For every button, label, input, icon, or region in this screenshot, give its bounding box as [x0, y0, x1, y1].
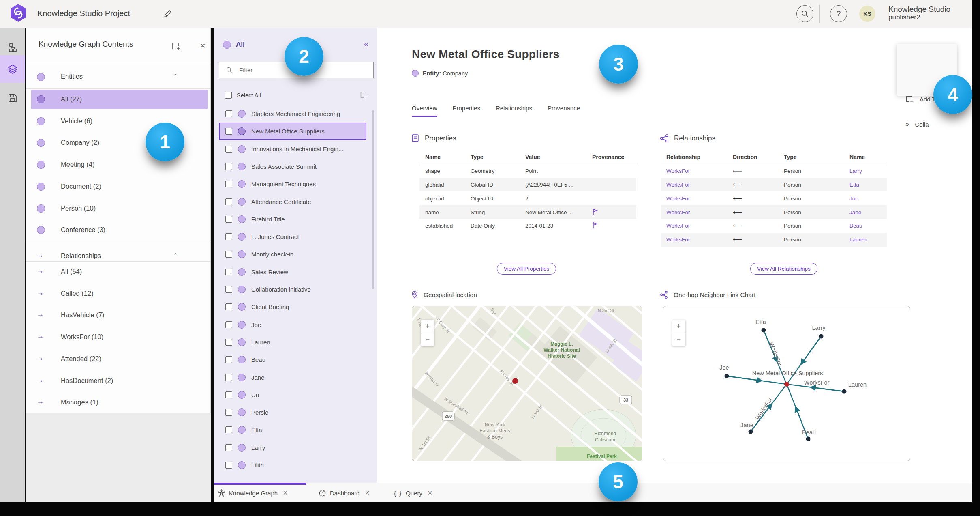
list-item[interactable]: Collaboration initiative [214, 281, 377, 298]
item-checkbox[interactable] [225, 251, 232, 258]
list-item[interactable]: Innovations in Mechanical Engin... [214, 141, 377, 158]
item-checkbox[interactable] [225, 409, 232, 416]
table-row[interactable]: WorksFor⟵PersonLarry [661, 164, 887, 178]
entity-name-link[interactable]: Beau [849, 223, 892, 229]
item-checkbox[interactable] [225, 233, 232, 240]
sidebar-item-relationship[interactable]: →Manages (1) [26, 393, 211, 412]
tab-overview[interactable]: Overview [412, 105, 437, 117]
relationship-link[interactable]: WorksFor [666, 168, 733, 174]
entity-name-link[interactable]: Etta [849, 182, 892, 188]
map-zoom-control[interactable]: + − [421, 320, 434, 346]
close-tab-icon[interactable]: ✕ [428, 490, 432, 496]
company-node[interactable] [784, 382, 789, 387]
relationship-link[interactable]: WorksFor [666, 236, 733, 243]
item-checkbox[interactable] [225, 198, 232, 205]
relationship-link[interactable]: WorksFor [666, 209, 733, 215]
table-row[interactable]: establishedDate Only2014-01-23 [419, 219, 636, 233]
list-item[interactable]: Uri [214, 387, 377, 404]
list-item[interactable]: L. Jones Contract [214, 228, 377, 245]
help-icon[interactable]: ? [830, 5, 847, 22]
list-item[interactable]: Lauren [214, 334, 377, 351]
add-to-map-icon[interactable] [171, 41, 181, 53]
sidebar-item-entity[interactable]: Conference (3) [26, 220, 211, 240]
person-node[interactable] [819, 334, 824, 339]
person-node[interactable] [762, 328, 766, 333]
item-checkbox[interactable] [225, 181, 232, 187]
item-checkbox[interactable] [225, 128, 232, 135]
zoom-in-button[interactable]: + [672, 320, 685, 333]
entity-name-link[interactable]: Larry [849, 168, 892, 174]
save-icon[interactable] [0, 84, 25, 112]
list-item[interactable]: Jane [214, 369, 377, 386]
close-tab-icon[interactable]: ✕ [365, 490, 370, 496]
scrollbar[interactable] [372, 110, 374, 289]
sidebar-item-entity[interactable]: All (27) [26, 90, 211, 109]
table-row[interactable]: WorksFor⟵PersonBeau [661, 219, 887, 233]
person-node[interactable] [806, 437, 811, 441]
table-row[interactable]: WorksFor⟵PersonEtta [661, 178, 887, 192]
sidebar-item-entity[interactable]: Person (10) [26, 199, 211, 218]
layers-icon[interactable] [0, 55, 25, 83]
item-checkbox[interactable] [225, 110, 232, 117]
relationship-link[interactable]: WorksFor [666, 182, 733, 188]
item-checkbox[interactable] [225, 146, 232, 153]
entity-name-link[interactable]: Jane [849, 209, 892, 215]
cell-provenance[interactable] [592, 208, 643, 217]
table-row[interactable]: objectidObject ID2 [419, 191, 636, 205]
table-row[interactable]: globalidGlobal ID{A228944F-0EF5-... [419, 178, 636, 192]
avatar[interactable]: KS [859, 6, 875, 22]
tab-relationships[interactable]: Relationships [496, 105, 532, 117]
list-item[interactable]: Attendance Certificate [214, 194, 377, 211]
list-item[interactable]: New Metal Office Suppliers [214, 123, 377, 140]
collapse-panel-icon[interactable]: « [364, 39, 369, 49]
person-node[interactable] [749, 430, 753, 434]
table-row[interactable]: WorksFor⟵PersonLauren [661, 233, 887, 247]
list-item[interactable]: Firebird Title [214, 211, 377, 228]
list-item[interactable]: Sales Associate Summit [214, 158, 377, 175]
sidebar-item-entity[interactable]: Document (2) [26, 177, 211, 196]
entity-name-link[interactable]: Lauren [849, 236, 892, 243]
table-row[interactable]: WorksFor⟵PersonJoe [661, 191, 887, 205]
list-item[interactable]: Lilith [214, 457, 377, 474]
item-checkbox[interactable] [225, 269, 232, 275]
table-row[interactable]: WorksFor⟵PersonJane [661, 205, 887, 219]
close-tab-icon[interactable]: ✕ [283, 490, 288, 496]
sidebar-item-relationship[interactable]: →Attended (22) [26, 349, 211, 369]
relationship-link[interactable]: WorksFor [666, 196, 733, 202]
tab-dashboard[interactable]: Dashboard✕ [319, 483, 370, 503]
sidebar-item-relationship[interactable]: →WorksFor (10) [26, 327, 211, 347]
add-selection-icon[interactable] [360, 91, 368, 101]
list-item[interactable]: Larry [214, 439, 377, 456]
zoom-out-button[interactable]: − [421, 333, 434, 346]
geospatial-map[interactable]: + − [412, 306, 642, 461]
item-checkbox[interactable] [225, 339, 232, 346]
relationship-link[interactable]: WorksFor [666, 223, 733, 229]
list-item[interactable]: Montly check-in [214, 246, 377, 263]
item-checkbox[interactable] [225, 321, 232, 328]
person-node[interactable] [725, 374, 729, 378]
edit-title-icon[interactable] [163, 9, 173, 20]
sidebar-item-relationship[interactable]: →HasVehicle (7) [26, 305, 211, 325]
item-checkbox[interactable] [225, 356, 232, 363]
tab-properties[interactable]: Properties [453, 105, 480, 117]
item-checkbox[interactable] [225, 374, 232, 381]
select-all-checkbox[interactable] [225, 92, 232, 99]
close-panel-icon[interactable]: ✕ [200, 42, 205, 50]
table-row[interactable]: nameStringNew Metal Office ... [419, 205, 636, 219]
item-checkbox[interactable] [225, 426, 232, 433]
person-node[interactable] [842, 389, 847, 394]
list-item[interactable]: Persie [214, 404, 377, 421]
list-item[interactable]: Etta [214, 421, 377, 439]
collapse-menu-item[interactable]: » Colla [905, 120, 929, 128]
item-checkbox[interactable] [225, 163, 232, 170]
zoom-out-button[interactable]: − [672, 333, 685, 346]
list-item[interactable]: Staplers Mechanical Engineering [214, 105, 377, 123]
item-checkbox[interactable] [225, 444, 232, 451]
sidebar-item-relationship[interactable]: →All (54) [26, 262, 211, 282]
sidebar-item-entity[interactable]: Vehicle (6) [26, 112, 211, 131]
item-checkbox[interactable] [225, 462, 232, 469]
view-all-properties-button[interactable]: View All Properties [497, 263, 556, 275]
list-item[interactable]: Joe [214, 316, 377, 333]
sidebar-item-entity[interactable]: Meeting (4) [26, 155, 211, 174]
item-checkbox[interactable] [225, 303, 232, 310]
